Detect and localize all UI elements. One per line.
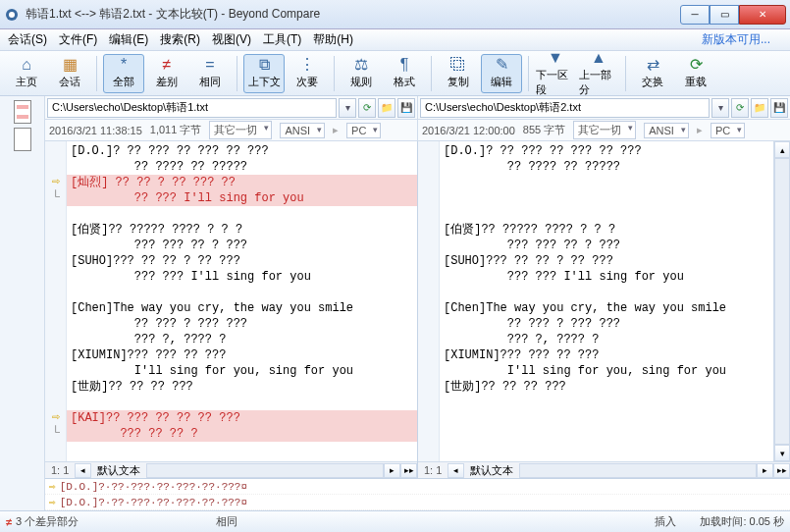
gutter-marker: [45, 204, 66, 220]
nextsection-button[interactable]: ▼下一区段: [535, 54, 576, 93]
text-line[interactable]: [Chen]The way you cry, the way you smile: [440, 300, 773, 316]
copy-button[interactable]: ⿻复制: [438, 54, 479, 93]
menu-session[interactable]: 会话(S): [8, 31, 47, 48]
left-path-dropdown[interactable]: ▾: [339, 98, 356, 118]
text-line[interactable]: [440, 190, 773, 206]
scroll-up-button[interactable]: ▴: [774, 141, 790, 158]
text-line[interactable]: ??? ??? I'll sing for you: [440, 269, 773, 285]
text-line[interactable]: [67, 285, 417, 300]
text-line[interactable]: ?? ??? ? ??? ???: [67, 316, 417, 332]
gutter-marker: [418, 220, 439, 236]
text-line[interactable]: [440, 426, 773, 442]
diff-button[interactable]: ≠差别: [146, 54, 187, 93]
scroll-down-button[interactable]: ▾: [774, 445, 790, 461]
text-line[interactable]: [XIUMIN]??? ??? ?? ???: [67, 347, 417, 363]
rules-button[interactable]: ⚖规则: [341, 54, 382, 93]
refresh-icon: ⟳: [363, 102, 371, 113]
text-line[interactable]: [XIUMIN]??? ??? ?? ???: [440, 347, 773, 363]
editmode-button[interactable]: ✎编辑: [481, 54, 522, 93]
text-line[interactable]: ?? ???? ?? ?????: [67, 159, 417, 175]
context-button[interactable]: ⧉上下文: [243, 54, 285, 93]
right-save-button[interactable]: 💾: [770, 98, 788, 118]
text-line[interactable]: [67, 395, 417, 410]
menu-file[interactable]: 文件(F): [59, 31, 97, 48]
text-line[interactable]: [世勋]?? ?? ?? ???: [440, 379, 773, 395]
vscroll-track[interactable]: [774, 158, 790, 445]
right-refresh-button[interactable]: ⟳: [731, 98, 749, 118]
text-line[interactable]: [灿烈] ?? ?? ? ?? ??? ??: [67, 175, 417, 190]
text-line[interactable]: I'll sing for you, sing for you: [440, 363, 773, 379]
text-line[interactable]: [伯贤]?? ????? ???? ? ? ?: [67, 222, 417, 238]
left-thumbnail[interactable]: [14, 100, 31, 124]
scroll-fastright-button[interactable]: ▸▸: [773, 463, 790, 478]
maximize-button[interactable]: ▭: [710, 5, 739, 25]
text-line[interactable]: [440, 175, 773, 190]
text-line[interactable]: [D.O.]? ?? ??? ?? ??? ?? ???: [440, 143, 773, 159]
text-line[interactable]: [SUHO]??? ?? ?? ? ?? ???: [440, 253, 773, 269]
scroll-left-button[interactable]: ◂: [448, 463, 464, 478]
vertical-scrollbar[interactable]: ▴ ▾: [773, 141, 790, 461]
menu-edit[interactable]: 编辑(E): [109, 31, 148, 48]
left-refresh-button[interactable]: ⟳: [358, 98, 376, 118]
text-line[interactable]: ??? ??? I'll sing for you: [67, 269, 417, 285]
right-path-input[interactable]: [420, 98, 710, 118]
right-encoding-dropdown[interactable]: ANSI: [644, 123, 689, 138]
text-line[interactable]: [KAI]?? ??? ?? ?? ?? ???: [67, 410, 417, 426]
gutter-marker: [418, 236, 439, 251]
menu-tools[interactable]: 工具(T): [263, 31, 301, 48]
text-line[interactable]: [440, 206, 773, 222]
menu-search[interactable]: 搜索(R): [160, 31, 200, 48]
text-line[interactable]: ?? ???? ?? ?????: [440, 159, 773, 175]
text-line[interactable]: [SUHO]??? ?? ?? ? ?? ???: [67, 253, 417, 269]
update-link[interactable]: 新版本可用...: [702, 31, 770, 48]
menu-view[interactable]: 视图(V): [212, 31, 251, 48]
text-line[interactable]: ??? ?? ?? ?: [67, 426, 417, 442]
swap-button[interactable]: ⇄交换: [632, 54, 673, 93]
left-open-button[interactable]: 📁: [378, 98, 395, 118]
text-line[interactable]: ?? ??? ? ??? ???: [440, 316, 773, 332]
format-button[interactable]: ¶格式: [384, 54, 425, 93]
text-line[interactable]: [440, 410, 773, 426]
text-line[interactable]: ?? ??? I'll sing for you: [67, 190, 417, 206]
close-button[interactable]: ✕: [739, 5, 786, 25]
scroll-right-button[interactable]: ▸: [384, 463, 400, 478]
right-open-button[interactable]: 📁: [751, 98, 768, 118]
minor-button[interactable]: ⋮次要: [287, 54, 328, 93]
left-path-input[interactable]: [47, 98, 337, 118]
text-line[interactable]: ??? ?, ???? ?: [440, 332, 773, 347]
text-line[interactable]: ??? ?, ???? ?: [67, 332, 417, 347]
text-line[interactable]: ??? ??? ?? ? ???: [67, 238, 417, 253]
right-os-dropdown[interactable]: PC: [711, 123, 745, 138]
left-other-dropdown[interactable]: 其它一切: [209, 121, 272, 139]
scroll-right-button[interactable]: ▸: [757, 463, 773, 478]
left-encoding-dropdown[interactable]: ANSI: [280, 123, 325, 138]
sessions-button[interactable]: ▦会话: [49, 54, 90, 93]
text-line[interactable]: [伯贤]?? ????? ???? ? ? ?: [440, 222, 773, 238]
text-line[interactable]: [67, 206, 417, 222]
right-other-dropdown[interactable]: 其它一切: [573, 121, 636, 139]
left-save-button[interactable]: 💾: [397, 98, 415, 118]
text-line[interactable]: [440, 285, 773, 300]
reload-button[interactable]: ⟳重载: [675, 54, 716, 93]
right-text[interactable]: [D.O.]? ?? ??? ?? ??? ?? ??? ?? ???? ?? …: [440, 141, 773, 461]
text-line[interactable]: I'll sing for you, sing for you: [67, 363, 417, 379]
scroll-fastright-button[interactable]: ▸▸: [400, 463, 417, 478]
menu-help[interactable]: 帮助(H): [313, 31, 353, 48]
text-line[interactable]: [世勋]?? ?? ?? ???: [67, 379, 417, 395]
text-line[interactable]: ??? ??? ?? ? ???: [440, 238, 773, 253]
left-os-dropdown[interactable]: PC: [346, 123, 381, 138]
all-button[interactable]: *全部: [103, 54, 144, 93]
text-line[interactable]: [Chen]The way you cry, the way you smile: [67, 300, 417, 316]
home-button[interactable]: ⌂主页: [6, 54, 47, 93]
text-line[interactable]: [440, 395, 773, 410]
text-line[interactable]: [D.O.]? ?? ??? ?? ??? ?? ???: [67, 143, 417, 159]
prevpart-button[interactable]: ▲上一部分: [578, 54, 619, 93]
scroll-track[interactable]: [146, 463, 384, 478]
right-path-dropdown[interactable]: ▾: [711, 98, 729, 118]
right-thumbnail[interactable]: [14, 128, 31, 151]
minimize-button[interactable]: ─: [680, 5, 710, 25]
scroll-left-button[interactable]: ◂: [75, 463, 91, 478]
left-text[interactable]: [D.O.]? ?? ??? ?? ??? ?? ??? ?? ???? ?? …: [67, 141, 417, 461]
scroll-track[interactable]: [519, 463, 757, 478]
same-button[interactable]: =相同: [189, 54, 231, 93]
